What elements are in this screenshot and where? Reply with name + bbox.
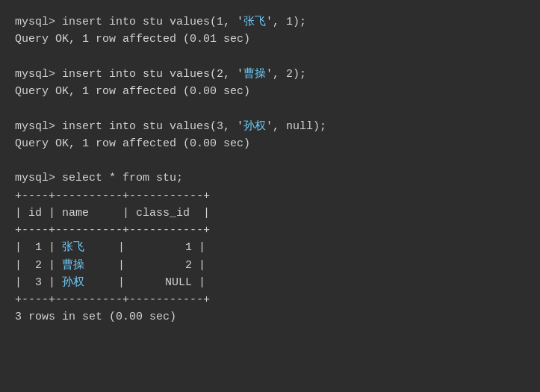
value-name-1: 张飞 bbox=[243, 16, 266, 28]
result-line-1: Query OK, 1 row affected (0.01 sec) bbox=[15, 31, 525, 48]
prompt-3: mysql> insert into stu values(3, ' bbox=[15, 120, 243, 133]
table-border-top: +----+----------+-----------+ bbox=[15, 187, 525, 205]
command-line-2: mysql> insert into stu values(2, '曹操', 2… bbox=[15, 66, 525, 83]
table-row-2: | 2 | 曹操 | 2 | bbox=[15, 257, 525, 274]
spacer-1 bbox=[15, 49, 525, 66]
value-name-2: 曹操 bbox=[243, 68, 266, 81]
value-name-3: 孙权 bbox=[243, 120, 266, 133]
table-row-2-name: 曹操 bbox=[62, 259, 84, 272]
terminal-window: mysql> insert into stu values(1, '张飞', 1… bbox=[15, 13, 525, 379]
table-row-3-name: 孙权 bbox=[62, 276, 84, 289]
command-line-3: mysql> insert into stu values(3, '孙权', n… bbox=[15, 118, 525, 135]
table-row-3-pre: | 3 | bbox=[15, 276, 62, 289]
table-row-3-post: | NULL | bbox=[84, 276, 205, 289]
prompt-select: mysql> select * from stu; bbox=[15, 172, 183, 184]
command-line-select: mysql> select * from stu; bbox=[15, 169, 525, 187]
table-row-1: | 1 | 张飞 | 1 | bbox=[15, 239, 525, 256]
table-row-1-post: | 1 | bbox=[84, 241, 205, 254]
result-line-select: 3 rows in set (0.00 sec) bbox=[15, 308, 525, 326]
result-line-2: Query OK, 1 row affected (0.00 sec) bbox=[15, 83, 525, 100]
table-row-1-name: 张飞 bbox=[62, 241, 84, 254]
table-row-2-post: | 2 | bbox=[84, 259, 205, 272]
spacer-3 bbox=[15, 152, 525, 169]
table-border-bottom: +----+----------+-----------+ bbox=[15, 291, 525, 308]
table-row-1-pre: | 1 | bbox=[15, 241, 62, 254]
table-header-row: | id | name | class_id | bbox=[15, 205, 525, 222]
table-row-2-pre: | 2 | bbox=[15, 259, 62, 272]
table-border-mid: +----+----------+-----------+ bbox=[15, 222, 525, 239]
result-line-3: Query OK, 1 row affected (0.00 sec) bbox=[15, 135, 525, 152]
command-line-1: mysql> insert into stu values(1, '张飞', 1… bbox=[15, 13, 525, 31]
prompt-2: mysql> insert into stu values(2, ' bbox=[15, 68, 243, 81]
spacer-2 bbox=[15, 100, 525, 117]
table-row-3: | 3 | 孙权 | NULL | bbox=[15, 274, 525, 291]
prompt-1: mysql> insert into stu values(1, ' bbox=[15, 16, 243, 28]
